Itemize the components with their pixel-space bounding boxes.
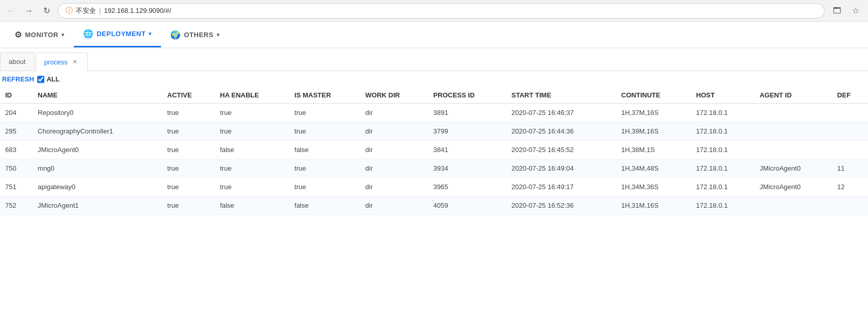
select-all-label[interactable]: ALL	[37, 75, 59, 83]
cell-row4-col7: 2020-07-25 16:49:17	[506, 178, 616, 196]
cell-row3-col3: true	[215, 159, 289, 178]
col-start-time: START TIME	[506, 87, 616, 104]
cell-row3-col10: JMicroAgent0	[754, 159, 832, 178]
cell-row2-col4: false	[290, 141, 360, 159]
tab-about[interactable]: about	[0, 52, 35, 71]
table-container: ID NAME ACTIVE HA ENABLE IS MASTER WORK …	[0, 87, 868, 215]
cell-row5-col1: JMicroAgent1	[33, 196, 162, 215]
table-row: 751apigateway0truetruetruedir39652020-07…	[0, 178, 868, 196]
cell-row5-col9: 172.18.0.1	[691, 196, 754, 215]
bookmark-button[interactable]: ☆	[848, 4, 863, 18]
cell-row2-col0: 683	[0, 141, 33, 159]
cell-row4-col6: 3965	[428, 178, 506, 196]
tabs-bar: about process ✕	[0, 48, 868, 71]
tab-process-close[interactable]: ✕	[71, 58, 79, 66]
cell-row4-col5: dir	[360, 178, 428, 196]
cell-row3-col2: true	[162, 159, 215, 178]
cell-row5-col4: false	[290, 196, 360, 215]
cell-row5-col0: 752	[0, 196, 33, 215]
security-icon: ⓘ	[66, 6, 73, 15]
col-id: ID	[0, 87, 33, 104]
table-row: 752JMicroAgent1truefalsefalsedir40592020…	[0, 196, 868, 215]
table-body: 204Repository0truetruetruedir38912020-07…	[0, 104, 868, 215]
cell-row0-col0: 204	[0, 104, 33, 122]
col-continute: CONTINUTE	[616, 87, 691, 104]
col-process-id: PROCESS ID	[428, 87, 506, 104]
cell-row0-col6: 3891	[428, 104, 506, 122]
cell-row2-col3: false	[215, 141, 289, 159]
cell-row3-col11: 11	[832, 159, 868, 178]
cell-row5-col10	[754, 196, 832, 215]
cell-row4-col10: JMicroAgent0	[754, 178, 832, 196]
cell-row1-col8: 1H,39M,16S	[616, 122, 691, 141]
nav-monitor-label: MONITOR	[25, 31, 59, 39]
cell-row1-col5: dir	[360, 122, 428, 141]
cell-row0-col2: true	[162, 104, 215, 122]
nav-item-monitor[interactable]: ⚙ MONITOR ▾	[5, 22, 74, 47]
cell-row4-col2: true	[162, 178, 215, 196]
others-chevron-icon: ▾	[217, 32, 220, 38]
cell-row1-col10	[754, 122, 832, 141]
cell-row5-col8: 1H,31M,16S	[616, 196, 691, 215]
cell-row4-col8: 1H,34M,36S	[616, 178, 691, 196]
cell-row4-col3: true	[215, 178, 289, 196]
app-nav: ⚙ MONITOR ▾ 🌐 DEPLOYMENT ▾ 🌍 OTHERS ▾	[0, 22, 868, 48]
cell-row0-col10	[754, 104, 832, 122]
refresh-button[interactable]: ↻	[40, 5, 53, 17]
all-label-text: ALL	[46, 75, 59, 83]
cell-row2-col10	[754, 141, 832, 159]
nav-deployment-label: DEPLOYMENT	[97, 30, 146, 38]
monitor-icon: ⚙	[14, 30, 22, 40]
cell-row3-col5: dir	[360, 159, 428, 178]
nav-others-label: OTHERS	[184, 31, 213, 39]
header-row: ID NAME ACTIVE HA ENABLE IS MASTER WORK …	[0, 87, 868, 104]
deployment-chevron-icon: ▾	[149, 31, 152, 37]
translate-button[interactable]: 🗔	[830, 4, 844, 18]
nav-item-others[interactable]: 🌍 OTHERS ▾	[161, 22, 229, 47]
cell-row1-col0: 295	[0, 122, 33, 141]
back-button[interactable]: ←	[5, 5, 18, 17]
cell-row4-col4: true	[290, 178, 360, 196]
cell-row3-col0: 750	[0, 159, 33, 178]
cell-row1-col2: true	[162, 122, 215, 141]
refresh-button-label[interactable]: REFRESH	[2, 75, 34, 83]
cell-row0-col3: true	[215, 104, 289, 122]
cell-row2-col7: 2020-07-25 16:45:52	[506, 141, 616, 159]
url-text: 192.168.1.129:9090/#/	[104, 7, 171, 14]
cell-row1-col7: 2020-07-25 16:44:36	[506, 122, 616, 141]
cell-row3-col8: 1H,34M,48S	[616, 159, 691, 178]
cell-row0-col9: 172.18.0.1	[691, 104, 754, 122]
cell-row2-col11	[832, 141, 868, 159]
cell-row1-col11	[832, 122, 868, 141]
cell-row2-col2: true	[162, 141, 215, 159]
cell-row3-col1: mng0	[33, 159, 162, 178]
tab-about-label: about	[9, 58, 26, 65]
cell-row2-col6: 3841	[428, 141, 506, 159]
cell-row5-col3: false	[215, 196, 289, 215]
select-all-checkbox[interactable]	[37, 76, 44, 83]
deployment-icon: 🌐	[83, 29, 94, 39]
cell-row5-col5: dir	[360, 196, 428, 215]
cell-row0-col5: dir	[360, 104, 428, 122]
tab-process[interactable]: process ✕	[36, 53, 88, 71]
cell-row4-col9: 172.18.0.1	[691, 178, 754, 196]
cell-row2-col8: 1H,38M,1S	[616, 141, 691, 159]
col-name: NAME	[33, 87, 162, 104]
address-bar[interactable]: ⓘ 不安全 | 192.168.1.129:9090/#/	[58, 3, 825, 19]
cell-row5-col2: true	[162, 196, 215, 215]
table-header: ID NAME ACTIVE HA ENABLE IS MASTER WORK …	[0, 87, 868, 104]
table-row: 750mng0truetruetruedir39342020-07-25 16:…	[0, 159, 868, 178]
cell-row1-col3: true	[215, 122, 289, 141]
cell-row0-col11	[832, 104, 868, 122]
cell-row4-col1: apigateway0	[33, 178, 162, 196]
forward-button[interactable]: →	[23, 5, 35, 17]
table-row: 295ChoreographyController1truetruetruedi…	[0, 122, 868, 141]
col-ha-enable: HA ENABLE	[215, 87, 289, 104]
others-icon: 🌍	[170, 30, 181, 40]
cell-row2-col1: JMicroAgent0	[33, 141, 162, 159]
browser-chrome: ← → ↻ ⓘ 不安全 | 192.168.1.129:9090/#/ 🗔 ☆	[0, 0, 868, 22]
process-table: ID NAME ACTIVE HA ENABLE IS MASTER WORK …	[0, 87, 868, 215]
col-is-master: IS MASTER	[290, 87, 360, 104]
nav-item-deployment[interactable]: 🌐 DEPLOYMENT ▾	[74, 22, 161, 47]
cell-row1-col4: true	[290, 122, 360, 141]
